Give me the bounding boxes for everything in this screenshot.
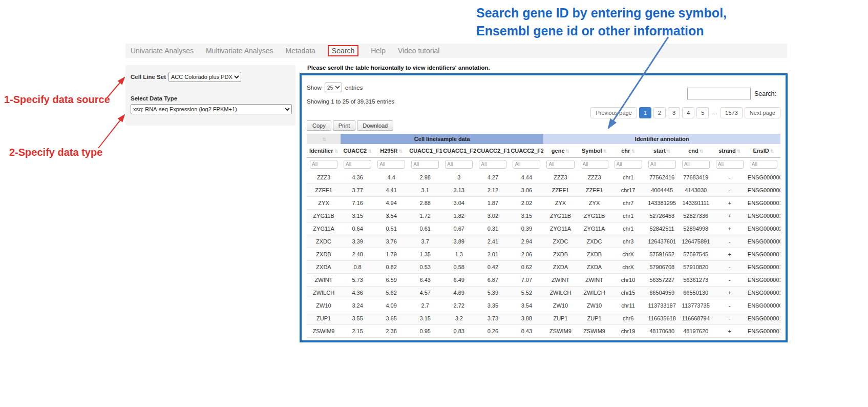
cell-ensid: ENSG00000203995.10: [747, 222, 780, 235]
column-header[interactable]: strand⇅: [713, 144, 747, 158]
table-cell: 2.72: [442, 299, 476, 312]
column-header-label: CUACC2_F2: [511, 148, 543, 154]
column-header[interactable]: Identifier⇅: [307, 144, 341, 158]
column-header[interactable]: EnsID⇅: [747, 144, 780, 158]
table-cell: 3: [442, 171, 476, 184]
column-filter-input[interactable]: [513, 160, 540, 169]
column-header[interactable]: gene⇅: [543, 144, 577, 158]
column-header[interactable]: CUACC1_F2⇅: [442, 144, 476, 158]
column-filter-input[interactable]: [546, 160, 574, 169]
cell-ensid: ENSG00000070476.15: [747, 235, 780, 248]
table-cell: 3.73: [476, 312, 510, 325]
table-search-input[interactable]: [687, 88, 751, 99]
column-filter-input[interactable]: [716, 160, 744, 169]
nav-item[interactable]: Multivariate Analyses: [206, 47, 273, 55]
table-cell: 0.67: [442, 222, 476, 235]
table-cell: 2.12: [476, 184, 510, 197]
column-filter-input[interactable]: [581, 160, 608, 169]
table-cell: 2.01: [476, 248, 510, 261]
column-filter-input[interactable]: [750, 160, 777, 169]
page-button[interactable]: 5: [696, 107, 709, 118]
page-button[interactable]: 2: [653, 107, 666, 118]
data-type-select[interactable]: xsq: RNA-seq Expression (log2 FPKM+1): [131, 104, 292, 114]
page-length-select[interactable]: 25: [325, 83, 342, 92]
export-button[interactable]: Copy: [307, 120, 331, 131]
table-cell: ZXDB: [578, 248, 611, 261]
table-cell: 6.59: [374, 274, 408, 287]
table-cell: +: [713, 248, 747, 261]
table-row: ZWILCH 4.36 5.62 4.57 4.69 5.39 5.52 ZWI…: [307, 287, 780, 299]
entries-info: Showing 1 to 25 of 39,315 entries: [307, 98, 394, 105]
column-header[interactable]: CUACC1_F1⇅: [408, 144, 442, 158]
export-button[interactable]: Download: [357, 120, 393, 131]
table-cell: 0.42: [476, 261, 510, 274]
cell-ensid: ENSG00000122952.17: [747, 274, 780, 287]
nav-item[interactable]: Metadata: [285, 47, 315, 55]
filter-cell: [374, 158, 408, 171]
previous-page-button[interactable]: Previous page: [590, 107, 637, 118]
group-header-row: ⇅ Cell line/sample data Identifier annot…: [307, 134, 780, 144]
table-cell: 2.94: [510, 235, 543, 248]
table-cell: chr11: [611, 299, 645, 312]
table-cell: 0.83: [442, 325, 476, 338]
table-cell: 0.95: [408, 325, 442, 338]
column-header[interactable]: end⇅: [679, 144, 713, 158]
page-button[interactable]: 1573: [721, 107, 742, 118]
column-filter-input[interactable]: [445, 160, 473, 169]
nav-item[interactable]: Search: [328, 45, 358, 56]
search-label: Search:: [754, 90, 776, 97]
table-cell: 2.48: [341, 248, 374, 261]
table-row: ZYG11B 3.15 3.54 1.72 1.82 3.02 3.15 ZYG…: [307, 210, 780, 222]
page-button[interactable]: …: [711, 107, 718, 118]
table-cell: 5.52: [510, 287, 543, 299]
column-header-label: CUACC1_F1: [409, 148, 442, 154]
column-filter-input[interactable]: [479, 160, 506, 169]
column-header[interactable]: CUACC2_F1⇅: [476, 144, 510, 158]
sort-icon: ⇅: [603, 149, 607, 154]
page-button[interactable]: 4: [682, 107, 694, 118]
column-header[interactable]: Symbol⇅: [578, 144, 611, 158]
cell-line-set-label: Cell Line Set: [131, 74, 166, 80]
table-cell: chr3: [611, 235, 645, 248]
column-filter-input[interactable]: [615, 160, 642, 169]
table-cell: 113773735: [679, 299, 713, 312]
table-cell: 0.64: [341, 222, 374, 235]
table-cell: -: [713, 171, 747, 184]
column-filter-input[interactable]: [344, 160, 371, 169]
table-cell: 4.36: [341, 287, 374, 299]
filter-cell: [476, 158, 510, 171]
table-cell: 0.39: [510, 222, 543, 235]
export-button[interactable]: Print: [333, 120, 356, 131]
column-filter-input[interactable]: [377, 160, 405, 169]
table-cell: 3.54: [374, 210, 408, 222]
next-page-button[interactable]: Next page: [745, 107, 780, 118]
nav-item[interactable]: Univariate Analyses: [131, 47, 194, 55]
column-header[interactable]: H295R⇅: [374, 144, 408, 158]
sort-icon: ⇅: [737, 149, 741, 154]
table-cell: +: [713, 210, 747, 222]
table-cell: 4.09: [374, 299, 408, 312]
column-header-row: Identifier⇅CUACC2⇅H295R⇅CUACC1_F1⇅CUACC1…: [307, 144, 780, 158]
table-cell: 5.39: [476, 287, 510, 299]
column-filter-input[interactable]: [682, 160, 710, 169]
table-cell: 1.87: [476, 197, 510, 210]
page-button[interactable]: 1: [639, 107, 651, 118]
nav-item[interactable]: Help: [371, 47, 386, 55]
step2-annotation: 2-Specify data type: [9, 147, 102, 158]
column-header[interactable]: CUACC2⇅: [341, 144, 374, 158]
cell-line-set-select[interactable]: ACC Colorado plus PDX: [168, 72, 241, 82]
column-header[interactable]: start⇅: [645, 144, 679, 158]
column-header[interactable]: CUACC2_F2⇅: [510, 144, 543, 158]
table-cell: 77683419: [679, 171, 713, 184]
page-button[interactable]: 3: [668, 107, 680, 118]
table-cell: +: [713, 222, 747, 235]
nav-item[interactable]: Video tutorial: [398, 47, 439, 55]
cell-identifier: ZXDB: [307, 248, 341, 261]
table-cell: 4143030: [679, 184, 713, 197]
column-filter-input[interactable]: [648, 160, 676, 169]
group-header-empty[interactable]: ⇅: [307, 134, 341, 144]
column-header[interactable]: chr⇅: [611, 144, 645, 158]
column-filter-input[interactable]: [411, 160, 439, 169]
table-row: ZXDB 2.48 1.79 1.35 1.3 2.01 2.06 ZXDB Z…: [307, 248, 780, 261]
column-filter-input[interactable]: [310, 160, 337, 169]
